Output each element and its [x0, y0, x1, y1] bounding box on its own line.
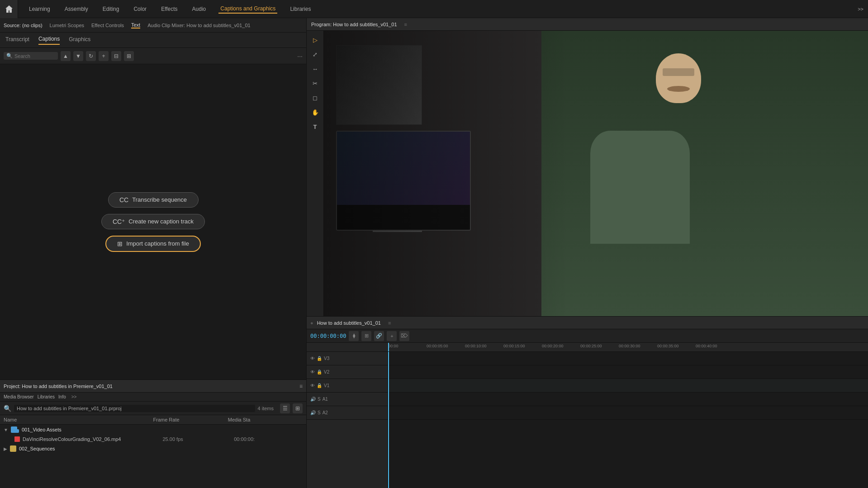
- toolbar-up-button[interactable]: ▲: [61, 51, 71, 61]
- workspace-libraries[interactable]: Libraries: [288, 5, 313, 13]
- track-lock-v2[interactable]: 🔒: [317, 370, 322, 374]
- project-panel: Project: How to add subtitles in Premier…: [0, 379, 306, 488]
- project-tab-info[interactable]: Info: [58, 394, 66, 399]
- track-label-v3: 👁 🔒 V1: [307, 379, 388, 393]
- tool-select[interactable]: ▷: [309, 33, 322, 46]
- folder-color-video-assets: [15, 429, 19, 433]
- workspace-audio[interactable]: Audio: [190, 5, 208, 13]
- ruler-mark-6: 00:00:30:00: [619, 344, 640, 348]
- create-caption-track-button[interactable]: CC⁺ Create new caption track: [101, 214, 205, 229]
- folder-sequences[interactable]: ▶ 002_Sequences: [0, 444, 306, 454]
- nav-right-controls: >>: [858, 6, 868, 12]
- workspace-bar: Learning Assembly Editing Color Effects …: [18, 5, 858, 14]
- project-view-list-button[interactable]: ☰: [280, 403, 290, 413]
- folder-video-assets[interactable]: ▼ 001_Video Assets: [0, 425, 306, 435]
- project-tab-more[interactable]: >>: [71, 394, 77, 399]
- track-solo-a1[interactable]: S: [318, 397, 321, 402]
- left-panel: Source: (no clips) Lumetri Scopes Effect…: [0, 18, 307, 488]
- toolbar-merge-button[interactable]: ⊞: [124, 51, 134, 61]
- monitor-menu-icon[interactable]: ≡: [404, 22, 407, 27]
- monitor-body: ▷ ⤢ ↔ ✂ ◻ ✋ T: [307, 31, 868, 316]
- timeline-menu-icon[interactable]: ≡: [388, 320, 391, 326]
- file-davinci[interactable]: DaVinciResolveColourGrading_V02_06.mp4 2…: [0, 435, 306, 444]
- source-tabs-bar: Source: (no clips) Lumetri Scopes Effect…: [0, 18, 306, 33]
- workspace-assembly[interactable]: Assembly: [63, 5, 90, 13]
- project-tabs-row: Media Browser Libraries Info >>: [0, 393, 306, 402]
- timeline-snap-toggle[interactable]: ⊞: [361, 331, 371, 341]
- workspace-more-button[interactable]: >>: [858, 6, 863, 12]
- toolbar-split-button[interactable]: ⊟: [111, 51, 121, 61]
- home-icon: [5, 5, 14, 14]
- track-eye-v2[interactable]: 👁: [310, 370, 315, 374]
- workspace-editing[interactable]: Editing: [101, 5, 121, 13]
- timeline-header: ● How to add subtitles_v01_01 ≡: [307, 317, 868, 329]
- track-mute-a2[interactable]: 🔊: [310, 410, 316, 415]
- tool-hand[interactable]: ✋: [309, 106, 322, 118]
- source-tab-text[interactable]: Text: [131, 22, 140, 28]
- tool-slip[interactable]: ◻: [309, 91, 322, 104]
- track-name-v2: V2: [324, 370, 329, 374]
- create-caption-icon: CC⁺: [113, 218, 125, 225]
- home-button[interactable]: [0, 0, 18, 18]
- workspace-captions[interactable]: Captions and Graphics: [218, 5, 277, 14]
- timeline-body: 👁 🔒 V3 👁 🔒 V2 👁 🔒 V1: [307, 352, 868, 488]
- project-tab-libraries[interactable]: Libraries: [38, 394, 55, 399]
- timeline-ripple-delete[interactable]: ⌦: [399, 331, 409, 341]
- ruler-playhead: [388, 343, 389, 351]
- toolbar-options-button[interactable]: ···: [297, 52, 303, 60]
- track-name-v1: V3: [324, 356, 329, 361]
- timeline-add-marker[interactable]: ⧫: [349, 331, 359, 341]
- source-tab-no-clips[interactable]: Source: (no clips): [4, 23, 43, 28]
- toolbar-add-button[interactable]: +: [99, 51, 109, 61]
- track-eye-v3[interactable]: 👁: [310, 383, 315, 388]
- project-view-grid-button[interactable]: ⊞: [293, 403, 303, 413]
- program-monitor: Program: How to add subtitles_v01_01 ≡ ▷…: [307, 18, 868, 316]
- toolbar-refresh-button[interactable]: ↻: [86, 51, 96, 61]
- ruler-mark-8: 00:00:40:00: [696, 344, 717, 348]
- main-layout: Source: (no clips) Lumetri Scopes Effect…: [0, 18, 868, 488]
- person-head: [656, 53, 701, 103]
- project-tab-media-browser[interactable]: Media Browser: [4, 394, 34, 399]
- desk-monitor-frame: [336, 131, 471, 231]
- caption-search-input[interactable]: [14, 53, 55, 59]
- track-solo-a2[interactable]: S: [318, 410, 321, 415]
- tab-captions[interactable]: Captions: [38, 36, 60, 45]
- panel-menu-button[interactable]: ≡: [299, 383, 303, 389]
- toolbar-down-button[interactable]: ▼: [73, 51, 83, 61]
- import-icon: ⊞: [117, 240, 123, 247]
- inset-image: [336, 45, 422, 125]
- track-label-a1: 🔊 S A1: [307, 393, 388, 406]
- glasses: [663, 68, 694, 76]
- track-content-a2: [388, 406, 868, 420]
- right-panel: Program: How to add subtitles_v01_01 ≡ ▷…: [307, 18, 868, 488]
- source-tab-lumetri[interactable]: Lumetri Scopes: [50, 23, 84, 28]
- timeline-tracks-content[interactable]: [388, 352, 868, 488]
- timeline-add-edit[interactable]: +: [387, 331, 397, 341]
- folder-icon-sequences: [10, 445, 16, 452]
- video-display-area: 00:00:00:00 Fit ⏮ ⏪: [324, 31, 868, 316]
- file-framerate-davinci: 25.00 fps: [163, 436, 232, 442]
- workspace-color[interactable]: Color: [132, 5, 148, 13]
- panel-actions: ≡: [299, 383, 303, 389]
- timeline-linked-select[interactable]: 🔗: [374, 331, 384, 341]
- tool-ripple[interactable]: ↔: [309, 62, 322, 75]
- tab-graphics[interactable]: Graphics: [69, 36, 90, 44]
- timeline-panel: ● How to add subtitles_v01_01 ≡ 00:00:00…: [307, 316, 868, 488]
- workspace-effects[interactable]: Effects: [159, 5, 179, 13]
- workspace-learning[interactable]: Learning: [27, 5, 52, 13]
- tool-move[interactable]: ⤢: [309, 48, 322, 61]
- import-captions-button[interactable]: ⊞ Import captions from file: [105, 236, 201, 252]
- project-file-list: ▼ 001_Video Assets DaVinciResolveColourG…: [0, 425, 306, 488]
- track-eye-v1[interactable]: 👁: [310, 356, 315, 361]
- source-tab-effect-controls[interactable]: Effect Controls: [91, 23, 124, 28]
- tool-razor[interactable]: ✂: [309, 77, 322, 90]
- track-lock-v1[interactable]: 🔒: [317, 356, 322, 361]
- timeline-ruler: 00:00 00:00:05:00 00:00:10:00 00:00:15:0…: [307, 343, 868, 352]
- track-lock-v3[interactable]: 🔒: [317, 383, 322, 388]
- timeline-timecode: 00:00:00:00: [310, 333, 346, 339]
- source-tab-audio-clip[interactable]: Audio Clip Mixer: How to add subtitles_v…: [147, 23, 250, 28]
- track-mute-a1[interactable]: 🔊: [310, 397, 316, 402]
- tab-transcript[interactable]: Transcript: [5, 36, 29, 44]
- transcribe-sequence-button[interactable]: CC Transcribe sequence: [108, 192, 199, 208]
- tool-text[interactable]: T: [309, 120, 322, 133]
